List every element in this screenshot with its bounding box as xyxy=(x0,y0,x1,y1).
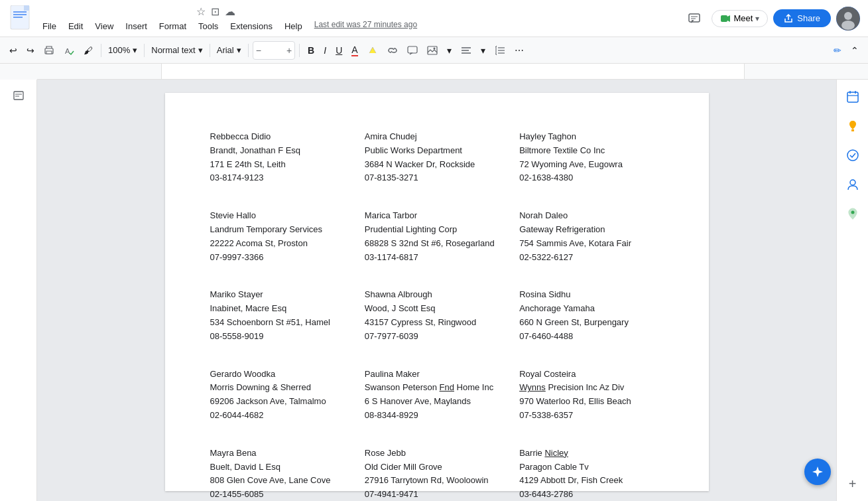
svg-rect-15 xyxy=(408,46,417,53)
separator-5 xyxy=(299,44,300,57)
align-button[interactable] xyxy=(457,41,475,60)
menu-edit[interactable]: Edit xyxy=(63,20,88,33)
line-spacing-button[interactable] xyxy=(491,41,509,60)
list-item: Mariko Stayer Inabinet, Macre Esq 534 Sc… xyxy=(205,277,359,356)
list-item: Rosina Sidhu Anchorage Yamaha 660 N Gree… xyxy=(514,277,668,356)
comment-icon-btn[interactable] xyxy=(682,7,706,31)
paint-format-button[interactable]: 🖌 xyxy=(80,41,97,60)
meet-label: Meet xyxy=(733,13,753,23)
title-area: safari outing ☆ ⊡ ☁ File Edit View Inser… xyxy=(37,5,677,33)
svg-point-11 xyxy=(841,21,855,30)
align-dropdown[interactable]: ▾ xyxy=(477,41,489,60)
menu-insert[interactable]: Insert xyxy=(120,20,153,33)
svg-rect-13 xyxy=(46,51,52,54)
history-icon[interactable]: ⊡ xyxy=(211,5,219,18)
style-value: Normal text xyxy=(151,45,195,55)
undo-button[interactable]: ↩ xyxy=(5,41,21,60)
share-label: Share xyxy=(797,13,820,23)
svg-point-17 xyxy=(433,47,435,49)
list-item: Stevie Hallo Landrum Temporary Services … xyxy=(205,198,359,277)
highlight-button[interactable] xyxy=(363,41,382,60)
list-item: Rose Jebb Old Cider Mill Grove 27916 Tar… xyxy=(359,436,514,501)
ruler-inner xyxy=(161,64,745,79)
menu-file[interactable]: File xyxy=(37,20,62,33)
zoom-value: 100% xyxy=(108,45,130,55)
font-size-decrease[interactable]: − xyxy=(253,45,264,56)
share-button[interactable]: Share xyxy=(773,9,831,27)
separator-3 xyxy=(210,44,210,57)
tasks-icon[interactable] xyxy=(841,143,865,167)
edit-mode-button[interactable]: ✏ xyxy=(830,41,845,60)
right-panel: + xyxy=(836,80,868,501)
ai-assist-button[interactable] xyxy=(804,459,831,485)
list-item: Amira Chudej Public Works Department 368… xyxy=(359,119,514,198)
underline-button[interactable]: U xyxy=(332,41,346,60)
style-select[interactable]: Normal text ▾ xyxy=(149,41,205,60)
svg-point-10 xyxy=(844,12,852,20)
menu-help[interactable]: Help xyxy=(279,20,308,33)
link-button[interactable] xyxy=(383,41,402,60)
list-item: Shawna Albrough Wood, J Scott Esq 43157 … xyxy=(359,277,514,356)
spellcheck-button[interactable]: A xyxy=(60,41,78,60)
menu-extensions[interactable]: Extensions xyxy=(225,20,278,33)
contacts-icon[interactable] xyxy=(841,173,865,196)
doc-title-row: safari outing ☆ ⊡ ☁ xyxy=(37,5,677,19)
doc-title-input[interactable]: safari outing xyxy=(37,5,191,19)
menu-view[interactable]: View xyxy=(90,20,119,33)
keep-icon[interactable] xyxy=(841,114,865,138)
italic-button[interactable]: I xyxy=(320,41,330,60)
avatar[interactable] xyxy=(836,7,860,31)
image-btn-dropdown[interactable]: ▾ xyxy=(443,41,456,60)
cloud-icon[interactable]: ☁ xyxy=(225,5,235,18)
topbar-right: Meet ▾ Share xyxy=(682,7,860,31)
doc-icon xyxy=(8,5,32,32)
svg-marker-8 xyxy=(727,15,730,22)
text-color-button[interactable]: A xyxy=(347,41,361,60)
svg-point-32 xyxy=(847,150,858,161)
list-item: Paulina Maker Swanson Peterson Fnd Home … xyxy=(359,357,514,436)
doc-outline-icon[interactable] xyxy=(8,85,29,106)
more-options-button[interactable]: ⋯ xyxy=(511,41,528,60)
image-button[interactable] xyxy=(423,41,442,60)
font-size-control: − 11 + xyxy=(253,41,295,60)
maps-icon[interactable] xyxy=(841,202,865,226)
separator-2 xyxy=(144,44,145,57)
contacts-grid: Rebbecca Didio Brandt, Jonathan F Esq 17… xyxy=(205,119,669,501)
star-icon[interactable]: ☆ xyxy=(196,5,206,18)
bold-button[interactable]: B xyxy=(304,41,318,60)
calendar-icon[interactable] xyxy=(841,85,865,109)
print-button[interactable] xyxy=(40,41,58,60)
svg-rect-16 xyxy=(428,46,437,54)
list-item: Gerardo Woodka Morris Downing & Sherred … xyxy=(205,357,359,436)
list-item: Rebbecca Didio Brandt, Jonathan F Esq 17… xyxy=(205,119,359,198)
list-item: Barrie Nicley Paragon Cable Tv 4129 Abbo… xyxy=(514,436,668,501)
menu-bar: File Edit View Insert Format Tools Exten… xyxy=(37,20,677,33)
add-sidebar-icon[interactable]: + xyxy=(841,472,865,496)
svg-point-34 xyxy=(851,211,854,214)
list-item: Royal Costeira Wynns Precision Inc Az Di… xyxy=(514,357,668,436)
font-size-input[interactable]: 11 xyxy=(264,45,284,55)
scroll-area[interactable]: Rebbecca Didio Brandt, Jonathan F Esq 17… xyxy=(37,80,836,501)
toolbar: ↩ ↪ A 🖌 100% ▾ Normal text ▾ Arial ▾ − 1… xyxy=(0,37,868,64)
comment-button[interactable] xyxy=(403,41,422,60)
redo-button[interactable]: ↪ xyxy=(23,41,38,60)
font-select[interactable]: Arial ▾ xyxy=(214,41,244,60)
meet-button[interactable]: Meet ▾ xyxy=(712,10,768,27)
svg-rect-3 xyxy=(24,5,29,11)
svg-rect-27 xyxy=(847,92,858,102)
font-size-increase[interactable]: + xyxy=(284,45,294,56)
left-panel xyxy=(0,80,37,501)
zoom-select[interactable]: 100% ▾ xyxy=(105,41,140,60)
document: Rebbecca Didio Brandt, Jonathan F Esq 17… xyxy=(165,93,709,491)
list-item: Marica Tarbor Prudential Lighting Corp 6… xyxy=(359,198,514,277)
font-value: Arial xyxy=(217,45,234,55)
svg-rect-24 xyxy=(14,92,23,100)
list-item: Norah Daleo Gateway Refrigeration 754 Sa… xyxy=(514,198,668,277)
svg-text:A: A xyxy=(65,47,70,55)
svg-rect-7 xyxy=(721,15,727,22)
expand-button[interactable]: ⌃ xyxy=(847,41,863,60)
separator-1 xyxy=(101,44,101,57)
menu-format[interactable]: Format xyxy=(154,20,192,33)
menu-tools[interactable]: Tools xyxy=(193,20,223,33)
separator-4 xyxy=(248,44,249,57)
